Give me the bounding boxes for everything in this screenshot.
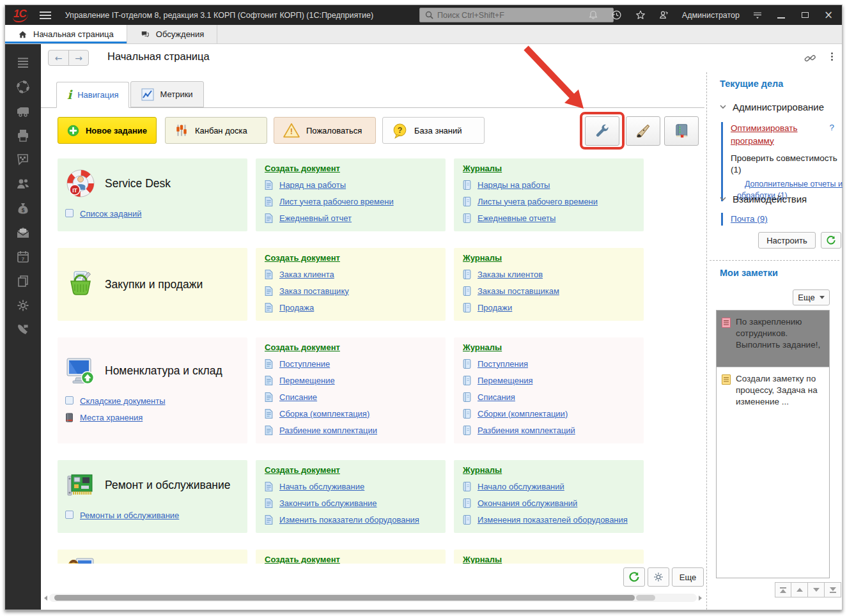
create-item-link[interactable]: Изменить показатели оборудования	[279, 515, 419, 525]
get-link-icon[interactable]	[804, 52, 816, 67]
scroll-right-icon[interactable]	[699, 596, 702, 601]
settings-wrench-button[interactable]	[585, 116, 619, 146]
help-question-link[interactable]: ?	[829, 123, 834, 132]
create-item-link[interactable]: Перемещение	[279, 376, 335, 385]
create-item-link[interactable]: Разбиение комплектации	[279, 426, 377, 435]
journals-header-link[interactable]: Журналы	[463, 164, 502, 176]
check-compatibility-item[interactable]: Проверить совместимость (1)	[731, 153, 838, 175]
journals-item-link[interactable]: Заказы поставщикам	[478, 286, 559, 296]
move-down-button[interactable]	[808, 582, 825, 597]
journals-header-link[interactable]: Журналы	[463, 343, 502, 355]
journals-header-link[interactable]: Журналы	[463, 555, 502, 564]
create-header-link[interactable]: Создать документ	[265, 164, 340, 176]
tab-discussions[interactable]: Обсуждения	[127, 25, 218, 43]
journals-item-link[interactable]: Ежедневные отчеты	[478, 213, 556, 223]
create-header-link[interactable]: Создать документ	[265, 343, 340, 355]
service-desk-lifebuoy-icon[interactable]	[16, 80, 30, 94]
journals-item-link[interactable]: Сборки (комплектации)	[478, 409, 568, 419]
create-item-link[interactable]: Сборка (комплектация)	[279, 409, 369, 419]
journals-item-link[interactable]: Заказы клиентов	[478, 270, 543, 279]
note-item-selected[interactable]: По закреплению сотрудников. Выполнить за…	[717, 311, 829, 367]
create-item-link[interactable]: Списание	[279, 392, 317, 402]
note-item[interactable]: Создали заметку по процессу, Задача на и…	[717, 367, 829, 420]
section-link[interactable]: Список заданий	[80, 209, 142, 219]
back-button[interactable]: ←	[49, 50, 68, 65]
journals-item-link[interactable]: Перемещения	[478, 376, 532, 385]
global-search-input[interactable]: Поиск Ctrl+Shift+F	[419, 8, 614, 22]
close-icon[interactable]: ×	[823, 10, 834, 21]
move-top-button[interactable]	[775, 582, 791, 597]
current-user[interactable]: Администратор	[682, 11, 740, 20]
forward-button[interactable]: →	[68, 50, 88, 65]
journals-header-link[interactable]: Журналы	[463, 253, 502, 266]
journals-item-link[interactable]: Начало обслуживаний	[478, 482, 564, 491]
tasks-refresh-button[interactable]	[821, 232, 841, 249]
user-links-icon[interactable]	[658, 10, 670, 21]
mail-icon[interactable]	[16, 226, 30, 240]
documents-icon[interactable]	[16, 274, 30, 288]
journals-item-link[interactable]: Разбиения комплектаций	[478, 426, 575, 435]
horizontal-scrollbar[interactable]	[42, 594, 704, 602]
create-item-link[interactable]: Поступление	[279, 359, 330, 369]
create-item-link[interactable]: Закончить обслуживание	[279, 498, 377, 508]
scrollbar-thumb[interactable]	[54, 595, 635, 601]
section-link[interactable]: Складские документы	[80, 396, 166, 406]
maximize-icon[interactable]	[799, 10, 811, 21]
move-bottom-button[interactable]	[825, 582, 841, 597]
section-link[interactable]: Места хранения	[80, 413, 143, 422]
tab-home-page[interactable]: Начальная страница	[5, 25, 127, 43]
create-header-link[interactable]: Создать документ	[265, 465, 340, 478]
optimize-program-link[interactable]: Оптимизировать программу	[731, 122, 827, 147]
more-button[interactable]: Еще	[672, 567, 704, 587]
calendar-icon[interactable]: 7	[16, 250, 30, 264]
section-link[interactable]: Ремонты и обслуживание	[80, 511, 179, 520]
create-item-link[interactable]: Заказ клиента	[279, 270, 334, 279]
settings-gear-icon[interactable]	[16, 298, 30, 312]
create-header-link[interactable]: Создать документ	[265, 253, 340, 266]
knowledge-base-button[interactable]: ? База знаний	[382, 117, 485, 144]
knowledge-book-button[interactable]	[664, 116, 699, 146]
journals-item-link[interactable]: Списания	[478, 392, 515, 402]
mail-link[interactable]: Почта (9)	[731, 214, 768, 224]
create-item-link[interactable]: Лист учета рабочего времени	[279, 197, 394, 206]
sections-menu-icon[interactable]	[16, 56, 30, 70]
scroll-left-icon[interactable]	[44, 596, 47, 601]
refresh-button[interactable]	[623, 567, 645, 587]
create-header-link[interactable]: Создать документ	[265, 555, 340, 564]
create-item-link[interactable]: Начать обслуживание	[279, 482, 364, 491]
main-menu-icon[interactable]	[40, 12, 51, 19]
minimize-icon[interactable]	[775, 10, 787, 21]
create-item-link[interactable]: Наряд на работы	[279, 180, 346, 190]
settings-gear-button[interactable]	[648, 567, 669, 587]
group-administration[interactable]: Администрирование	[720, 102, 824, 112]
create-item-link[interactable]: Заказ поставщику	[279, 286, 349, 296]
create-item-link[interactable]: Продажа	[279, 303, 314, 312]
delivery-van-icon[interactable]	[16, 104, 30, 118]
kanban-board-button[interactable]: Канбан доска	[165, 117, 267, 144]
journals-item-link[interactable]: Изменения показателей оборудования	[478, 515, 628, 525]
create-item-link[interactable]: Ежедневный отчет	[279, 213, 352, 223]
journals-header-link[interactable]: Журналы	[463, 465, 502, 478]
notifications-bell-icon[interactable]	[587, 10, 599, 21]
journals-item-link[interactable]: Окончания обслуживаний	[478, 498, 577, 508]
journals-item-link[interactable]: Продажи	[478, 303, 512, 312]
money-bag-icon[interactable]: $	[16, 201, 30, 215]
phone-support-icon[interactable]	[16, 323, 30, 337]
projects-flag-icon[interactable]	[16, 153, 30, 167]
design-brush-button[interactable]	[626, 116, 660, 146]
complain-button[interactable]: ! Пожаловаться	[274, 117, 376, 144]
service-panel-icon[interactable]	[752, 10, 763, 21]
notes-more-button[interactable]: Еще	[793, 289, 830, 305]
configure-button[interactable]: Настроить	[758, 232, 816, 249]
printer-icon[interactable]	[16, 128, 30, 142]
favorites-star-icon[interactable]	[635, 10, 646, 21]
tab-navigation[interactable]: i Навигация	[56, 82, 129, 108]
new-task-button[interactable]: Новое задание	[58, 117, 157, 144]
journals-item-link[interactable]: Листы учета рабочего времени	[478, 197, 598, 206]
users-icon[interactable]	[16, 177, 30, 191]
more-menu-kebab-icon[interactable]	[827, 52, 836, 64]
group-interactions[interactable]: Взаимодействия	[720, 194, 807, 204]
move-up-button[interactable]	[791, 582, 808, 597]
journals-item-link[interactable]: Поступления	[478, 359, 528, 369]
journals-item-link[interactable]: Наряды на работы	[478, 180, 550, 190]
